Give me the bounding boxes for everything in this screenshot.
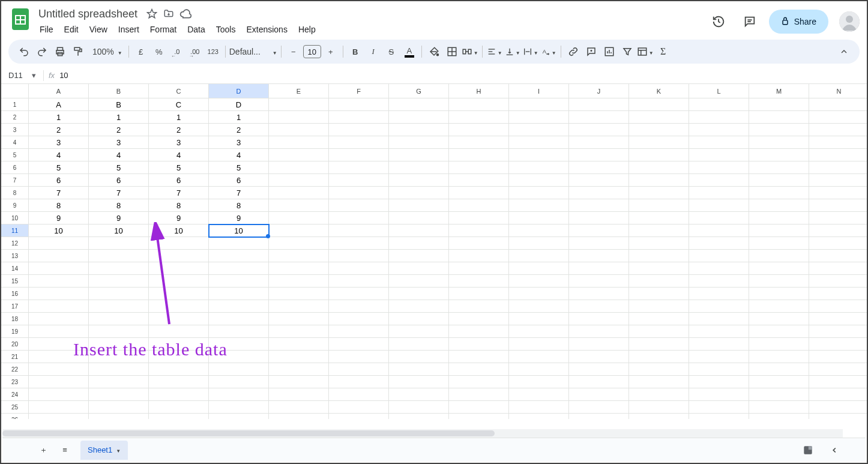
menu-format[interactable]: Format (145, 22, 181, 37)
menu-tools[interactable]: Tools (211, 22, 241, 37)
cell[interactable] (689, 351, 749, 363)
cell[interactable] (329, 262, 389, 275)
cell[interactable] (749, 388, 809, 401)
cell[interactable] (209, 288, 269, 300)
cell[interactable] (269, 199, 329, 212)
cell[interactable] (509, 401, 569, 414)
cell[interactable]: 3 (29, 136, 89, 149)
cell[interactable] (509, 161, 569, 174)
row-header[interactable]: 19 (1, 325, 29, 338)
cell[interactable] (269, 212, 329, 224)
cell[interactable] (509, 376, 569, 388)
row-header[interactable]: 23 (1, 376, 29, 388)
cell[interactable] (269, 187, 329, 199)
cell[interactable] (149, 250, 209, 262)
cell[interactable] (749, 124, 809, 136)
cell[interactable] (569, 199, 629, 212)
cell[interactable]: 7 (209, 187, 269, 199)
column-header[interactable]: G (389, 84, 449, 98)
functions-button[interactable]: Σ (655, 43, 672, 60)
cell[interactable] (569, 212, 629, 224)
cell[interactable] (749, 111, 809, 124)
cell[interactable] (269, 338, 329, 351)
cell[interactable]: 7 (149, 187, 209, 199)
cell[interactable] (209, 338, 269, 351)
cell[interactable] (329, 325, 389, 338)
cell[interactable] (29, 250, 89, 262)
row-header[interactable]: 26 (1, 414, 29, 419)
cell[interactable] (809, 351, 867, 363)
insert-chart-button[interactable] (601, 43, 618, 60)
cell[interactable] (809, 338, 867, 351)
cell[interactable] (269, 414, 329, 419)
cell[interactable] (629, 262, 689, 275)
row-header[interactable]: 16 (1, 288, 29, 300)
cell[interactable] (209, 262, 269, 275)
menu-extensions[interactable]: Extensions (241, 22, 292, 37)
cell[interactable] (29, 376, 89, 388)
cell[interactable]: 6 (209, 174, 269, 187)
cell[interactable] (329, 250, 389, 262)
cell[interactable] (449, 401, 509, 414)
cell[interactable] (749, 224, 809, 237)
cell[interactable] (89, 376, 149, 388)
cell[interactable]: 3 (89, 136, 149, 149)
horizontal-align-button[interactable] (486, 43, 503, 60)
all-sheets-button[interactable]: ≡ (54, 441, 76, 460)
cell[interactable] (269, 149, 329, 161)
cell[interactable]: 4 (149, 149, 209, 161)
vertical-align-button[interactable] (504, 43, 521, 60)
cell[interactable] (689, 187, 749, 199)
cell[interactable] (809, 224, 867, 237)
cell[interactable] (629, 136, 689, 149)
cell[interactable] (689, 338, 749, 351)
cell[interactable] (89, 313, 149, 325)
cell[interactable] (209, 351, 269, 363)
cell[interactable] (509, 111, 569, 124)
cell[interactable] (749, 376, 809, 388)
menu-insert[interactable]: Insert (113, 22, 144, 37)
cell[interactable] (629, 401, 689, 414)
cell[interactable] (749, 401, 809, 414)
cell[interactable] (29, 338, 89, 351)
menu-data[interactable]: Data (182, 22, 210, 37)
cell[interactable] (329, 136, 389, 149)
cell[interactable] (89, 300, 149, 313)
cell[interactable] (689, 325, 749, 338)
cell[interactable] (809, 376, 867, 388)
cell[interactable] (329, 275, 389, 288)
cell[interactable] (449, 325, 509, 338)
cell[interactable] (689, 275, 749, 288)
cell[interactable]: 6 (29, 174, 89, 187)
cell[interactable] (329, 313, 389, 325)
sheet-tab-menu-icon[interactable] (116, 445, 121, 454)
column-header[interactable]: D (209, 84, 269, 98)
row-header[interactable]: 8 (1, 187, 29, 199)
cell[interactable] (269, 401, 329, 414)
cell[interactable] (569, 414, 629, 419)
cell[interactable] (449, 98, 509, 111)
cell[interactable] (449, 338, 509, 351)
cell[interactable] (269, 111, 329, 124)
cell[interactable] (749, 363, 809, 376)
cell[interactable] (509, 325, 569, 338)
cell[interactable] (509, 338, 569, 351)
cell[interactable] (509, 250, 569, 262)
row-header[interactable]: 5 (1, 149, 29, 161)
cell[interactable] (509, 275, 569, 288)
formula-input[interactable]: 10 (59, 71, 68, 80)
cell[interactable] (629, 98, 689, 111)
cell[interactable] (329, 363, 389, 376)
cell[interactable] (89, 388, 149, 401)
cell[interactable]: 8 (209, 199, 269, 212)
cell[interactable] (149, 401, 209, 414)
name-box[interactable]: D11▾ (1, 71, 38, 80)
column-header[interactable]: J (569, 84, 629, 98)
cell[interactable] (329, 338, 389, 351)
cell[interactable] (29, 388, 89, 401)
menu-file[interactable]: File (35, 22, 58, 37)
cell[interactable] (629, 275, 689, 288)
cell[interactable]: C (149, 98, 209, 111)
decrease-decimal-button[interactable]: .0← (169, 43, 185, 60)
cell[interactable] (809, 300, 867, 313)
